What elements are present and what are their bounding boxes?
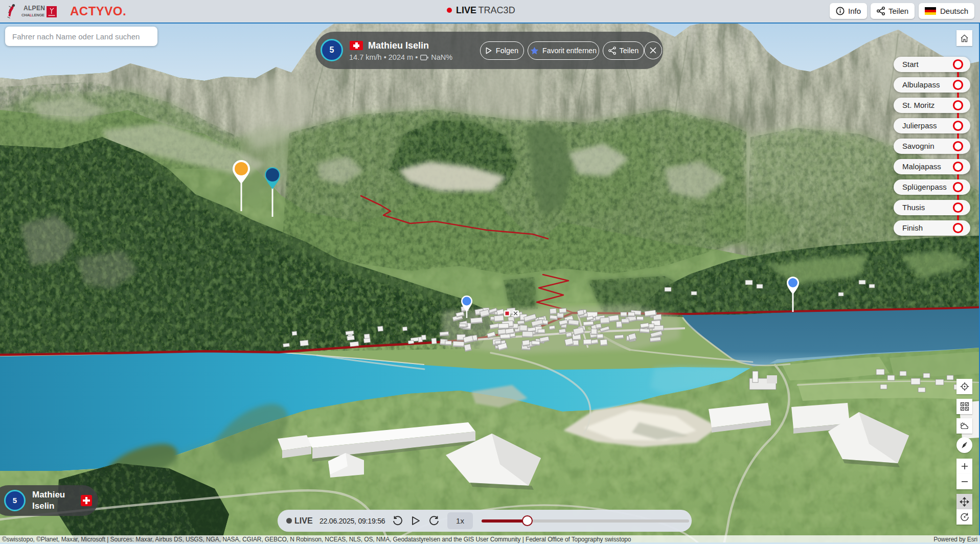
svg-text:Thusis: Thusis [902, 203, 925, 212]
svg-text:St. Moritz: St. Moritz [902, 101, 935, 109]
svg-text:Start: Start [902, 60, 919, 69]
svg-text:Albulapass: Albulapass [902, 80, 940, 89]
svg-text:Julierpass: Julierpass [902, 121, 937, 130]
svg-text:Malojapass: Malojapass [902, 162, 941, 171]
svg-text:Savognin: Savognin [902, 142, 935, 150]
svg-text:Finish: Finish [902, 223, 923, 232]
svg-text:Splügenpass: Splügenpass [902, 183, 947, 191]
